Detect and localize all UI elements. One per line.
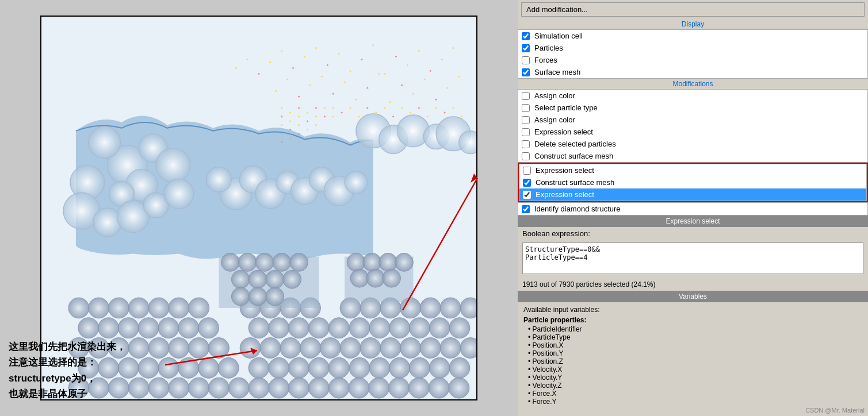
svg-point-191 xyxy=(289,378,309,398)
svg-point-12 xyxy=(395,56,397,57)
list-item-assign-color-2[interactable]: Assign color xyxy=(518,114,867,126)
svg-point-184 xyxy=(148,378,169,398)
svg-point-155 xyxy=(360,338,381,359)
svg-point-16 xyxy=(441,59,443,60)
checkbox-select-particle-type[interactable] xyxy=(522,104,530,112)
list-item-construct-surface-mesh-2[interactable]: Construct surface mesh xyxy=(519,176,866,188)
svg-point-75 xyxy=(444,112,446,114)
list-item-forces[interactable]: Forces xyxy=(518,54,867,66)
svg-point-177 xyxy=(409,357,430,378)
list-item-identify-diamond-structure[interactable]: Identify diamond structure xyxy=(518,203,867,215)
svg-point-72 xyxy=(418,107,420,109)
label-expression-select-3: Expression select xyxy=(536,190,594,199)
svg-point-25 xyxy=(321,76,323,78)
list-item-construct-surface-mesh-1[interactable]: Construct surface mesh xyxy=(518,150,867,162)
svg-point-159 xyxy=(440,338,461,359)
svg-point-183 xyxy=(128,378,149,398)
expression-input[interactable] xyxy=(522,242,863,274)
svg-point-69 xyxy=(392,115,394,117)
list-item-expression-select-2[interactable]: Expression select xyxy=(519,164,866,176)
svg-point-35 xyxy=(435,99,437,101)
svg-point-186 xyxy=(189,378,209,398)
particle-properties-label: Particle properties: xyxy=(523,316,862,324)
svg-point-59 xyxy=(324,107,326,109)
display-section-header: Display xyxy=(518,19,868,29)
svg-point-61 xyxy=(332,107,334,109)
svg-point-39 xyxy=(281,115,282,117)
svg-point-27 xyxy=(344,82,346,83)
list-item-surface-mesh[interactable]: Surface mesh xyxy=(518,66,867,78)
label-surface-mesh: Surface mesh xyxy=(534,68,580,76)
svg-point-47 xyxy=(298,107,300,109)
label-particles: Particles xyxy=(534,44,563,52)
svg-point-179 xyxy=(449,357,470,378)
svg-point-174 xyxy=(349,357,370,378)
svg-point-189 xyxy=(248,378,269,398)
checkbox-particles[interactable] xyxy=(522,44,530,52)
svg-point-44 xyxy=(289,120,291,122)
red-outline-section: Expression select Construct surface mesh… xyxy=(518,163,868,202)
svg-point-209 xyxy=(266,270,284,288)
add-modification-button[interactable]: Add modification... xyxy=(521,2,865,17)
checkbox-surface-mesh[interactable] xyxy=(522,68,530,76)
svg-point-66 xyxy=(366,107,368,109)
variables-section: Variables Available input variables: Par… xyxy=(518,291,868,416)
svg-point-5 xyxy=(315,47,317,49)
checkbox-assign-color-1[interactable] xyxy=(522,92,530,100)
svg-point-17 xyxy=(452,47,454,49)
svg-point-89 xyxy=(164,179,194,209)
svg-point-57 xyxy=(315,115,317,117)
list-item-simulation-cell[interactable]: Simulation cell xyxy=(518,30,867,42)
svg-point-131 xyxy=(269,318,289,338)
svg-point-2 xyxy=(281,50,282,52)
list-item-expression-select-3[interactable]: Expression select xyxy=(519,188,866,201)
svg-point-62 xyxy=(332,115,334,117)
svg-point-29 xyxy=(366,87,368,89)
svg-point-98 xyxy=(207,167,232,192)
svg-point-178 xyxy=(429,357,450,378)
checkbox-construct-surface-mesh-1[interactable] xyxy=(522,152,530,160)
list-item-select-particle-type[interactable]: Select particle type xyxy=(518,102,867,114)
list-item-particles[interactable]: Particles xyxy=(518,42,867,54)
svg-point-49 xyxy=(298,124,300,126)
svg-point-151 xyxy=(280,338,301,359)
checkbox-expression-select-3[interactable] xyxy=(523,191,531,199)
checkbox-construct-surface-mesh-2[interactable] xyxy=(523,179,531,187)
svg-point-111 xyxy=(189,298,209,318)
prop-position-y: Position.Y xyxy=(528,349,862,357)
checkbox-forces[interactable] xyxy=(522,56,530,64)
svg-point-204 xyxy=(255,253,274,272)
label-construct-surface-mesh-1: Construct surface mesh xyxy=(534,152,613,160)
label-delete-selected-particles: Delete selected particles xyxy=(534,140,616,148)
svg-point-185 xyxy=(169,378,189,398)
checkbox-delete-selected-particles[interactable] xyxy=(522,140,530,148)
list-item-expression-select-1[interactable]: Expression select xyxy=(518,126,867,138)
svg-point-187 xyxy=(209,378,230,398)
checkbox-simulation-cell[interactable] xyxy=(522,32,530,40)
svg-point-175 xyxy=(369,357,390,378)
svg-point-79 xyxy=(89,126,121,159)
svg-point-18 xyxy=(258,73,260,75)
svg-point-220 xyxy=(383,269,401,287)
list-item-delete-selected-particles[interactable]: Delete selected particles xyxy=(518,138,867,150)
svg-point-106 xyxy=(89,298,109,318)
prop-particle-type: ParticleType xyxy=(528,333,862,341)
svg-point-128 xyxy=(178,318,199,338)
svg-point-208 xyxy=(248,270,267,288)
svg-point-13 xyxy=(407,64,408,66)
svg-point-26 xyxy=(332,93,334,95)
checkbox-expression-select-1[interactable] xyxy=(522,128,530,136)
prop-particle-identifier: ParticleIdentifier xyxy=(528,325,862,333)
svg-point-144 xyxy=(128,338,149,359)
checkbox-identify-diamond-structure[interactable] xyxy=(522,205,530,213)
expression-select-header: Expression select xyxy=(518,215,868,227)
prop-velocity-z: Velocity.Z xyxy=(528,382,862,390)
checkbox-expression-select-2[interactable] xyxy=(523,167,531,175)
right-panel: Add modification... Display Simulation c… xyxy=(518,0,868,416)
svg-point-207 xyxy=(231,270,250,288)
list-item-assign-color-1[interactable]: Assign color xyxy=(518,90,867,102)
svg-point-214 xyxy=(347,253,365,272)
expression-panel: Expression select Boolean expression: 19… xyxy=(518,215,868,291)
variables-content: Available input variables: Particle prop… xyxy=(518,302,868,409)
checkbox-assign-color-2[interactable] xyxy=(522,116,530,124)
